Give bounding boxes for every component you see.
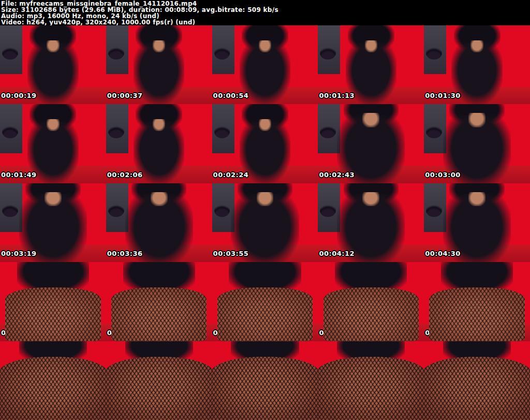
performer-face [153, 40, 166, 52]
thumbnail-timestamp: 00:00:19 [1, 92, 37, 99]
thumbnail-timestamp: 00:06:37 [107, 408, 143, 415]
performer-face [362, 113, 379, 127]
video-thumbnail: 00:02:43 [318, 104, 424, 183]
feather-fan-prop [426, 125, 442, 138]
performer-face [468, 192, 485, 206]
thumbnail-timestamp: 00:05:25 [213, 329, 249, 337]
performer-face [257, 192, 274, 206]
thumbnail-timestamp: 00:03:36 [107, 250, 143, 257]
video-line: Video: h264, yuv420p, 320x240, 1000.00 f… [1, 19, 529, 25]
thumbnail-timestamp: 00:06:54 [213, 408, 249, 415]
video-thumbnail: 00:07:30 [424, 341, 530, 420]
video-thumbnail: 00:03:00 [424, 104, 530, 183]
video-thumbnail: 00:03:36 [106, 183, 212, 262]
performer-face [259, 40, 272, 52]
video-thumbnail: 00:00:54 [212, 25, 318, 104]
video-thumbnail: 00:05:43 [318, 262, 424, 341]
thumbnail-timestamp: 00:01:30 [425, 92, 461, 99]
performer-silhouette [335, 262, 407, 294]
performer-silhouette [441, 262, 513, 294]
thumbnail-timestamp: 00:02:06 [107, 171, 143, 179]
performer-face [45, 192, 62, 206]
red-couch [424, 324, 530, 341]
video-thumbnail: 00:05:25 [212, 262, 318, 341]
video-thumbnail: 00:06:00 [424, 262, 530, 341]
video-thumbnail: 00:06:18 [0, 341, 106, 420]
feather-fan-prop [214, 46, 230, 60]
thumbnail-timestamp: 00:00:37 [107, 92, 143, 99]
performer-face [365, 40, 378, 52]
performer-face [151, 192, 168, 206]
performer-silhouette [17, 262, 89, 294]
feather-fan-prop [426, 46, 442, 60]
video-thumbnail: 00:06:37 [106, 341, 212, 420]
video-thumbnail: 00:04:49 [0, 262, 106, 341]
feather-fan-prop [2, 46, 18, 60]
thumbnail-timestamp: 00:03:55 [213, 250, 249, 257]
feather-fan-prop [320, 125, 336, 138]
video-thumbnail: 00:02:24 [212, 104, 318, 183]
video-thumbnail: 00:01:49 [0, 104, 106, 183]
video-thumbnail: 00:04:30 [424, 183, 530, 262]
thumbnail-timestamp: 00:02:24 [213, 171, 249, 179]
performer-silhouette [443, 341, 511, 364]
performer-face [362, 192, 379, 206]
thumbnail-timestamp: 00:03:00 [425, 171, 461, 179]
feather-fan-prop [2, 125, 18, 138]
feather-fan-prop [108, 204, 124, 217]
video-thumbnail: 00:06:54 [212, 341, 318, 420]
video-thumbnail: 00:01:13 [318, 25, 424, 104]
video-thumbnail: 00:05:07 [106, 262, 212, 341]
feather-fan-prop [214, 125, 230, 138]
video-thumbnail: 00:00:37 [106, 25, 212, 104]
performer-face [470, 40, 483, 52]
red-couch [106, 324, 212, 341]
metadata-header: File: myfreecams_missginebra_female_1411… [0, 0, 530, 25]
thumbnail-timestamp: 00:06:18 [1, 408, 37, 415]
thumbnail-timestamp: 00:04:49 [1, 329, 37, 337]
feather-fan-prop [108, 46, 124, 60]
thumbnail-timestamp: 00:01:49 [1, 171, 37, 179]
performer-face [259, 119, 272, 131]
video-thumbnail: 00:03:19 [0, 183, 106, 262]
performer-silhouette [229, 262, 301, 294]
feather-fan-prop [108, 125, 124, 138]
performer-face [47, 40, 60, 52]
performer-silhouette [19, 341, 87, 364]
thumbnail-timestamp: 00:05:07 [107, 329, 143, 337]
video-contact-sheet: File: myfreecams_missginebra_female_1411… [0, 0, 530, 420]
video-thumbnail: 00:04:12 [318, 183, 424, 262]
feather-fan-prop [2, 204, 18, 217]
feather-fan-prop [320, 46, 336, 60]
video-thumbnail: 00:03:55 [212, 183, 318, 262]
thumbnail-grid: 00:00:19 00:00:37 00:00:54 00:01:13 00:0… [0, 25, 530, 420]
performer-silhouette [337, 341, 405, 364]
performer-face [468, 113, 485, 127]
red-couch [212, 324, 318, 341]
video-thumbnail: 00:00:19 [0, 25, 106, 104]
video-thumbnail: 00:07:12 [318, 341, 424, 420]
performer-silhouette [125, 341, 193, 364]
performer-silhouette [231, 341, 299, 364]
performer-silhouette [123, 262, 195, 294]
performer-face [47, 119, 60, 131]
performer-face [153, 119, 166, 131]
video-thumbnail: 00:01:30 [424, 25, 530, 104]
video-thumbnail: 00:02:06 [106, 104, 212, 183]
thumbnail-timestamp: 00:06:00 [425, 329, 461, 337]
thumbnail-timestamp: 00:05:43 [319, 329, 355, 337]
thumbnail-timestamp: 00:01:13 [319, 92, 355, 99]
thumbnail-timestamp: 00:00:54 [213, 92, 249, 99]
thumbnail-timestamp: 00:04:30 [425, 250, 461, 257]
thumbnail-timestamp: 00:07:12 [319, 408, 355, 415]
red-couch [0, 324, 106, 341]
red-couch [318, 324, 424, 341]
thumbnail-timestamp: 00:07:30 [425, 408, 461, 415]
thumbnail-timestamp: 00:04:12 [319, 250, 355, 257]
thumbnail-timestamp: 00:02:43 [319, 171, 355, 179]
thumbnail-timestamp: 00:03:19 [1, 250, 37, 257]
